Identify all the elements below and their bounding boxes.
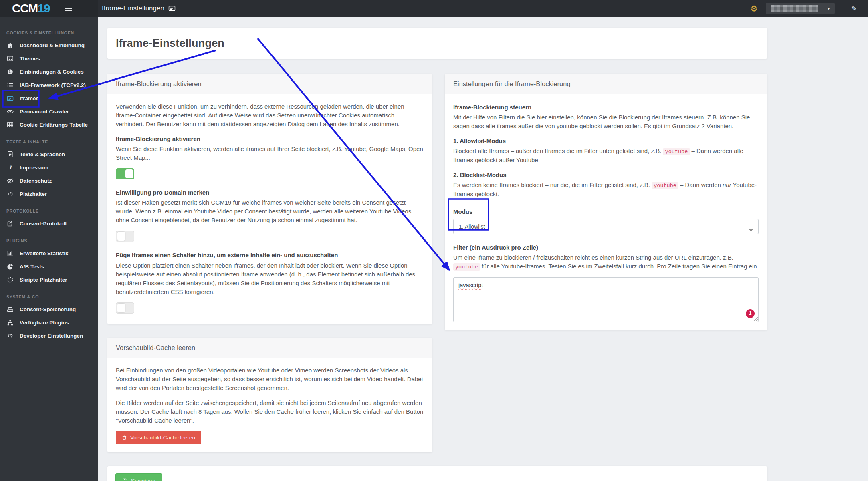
code-chip: youtube: [453, 263, 480, 271]
consent-per-domain-toggle[interactable]: [116, 231, 134, 242]
iframe-icon: [168, 5, 176, 12]
filter-value: javascript: [458, 282, 483, 288]
sidebar-item-label: IAB-Framework (TCFv2.2): [20, 82, 86, 88]
clear-preview-cache-button[interactable]: Vorschaubild-Cache leeren: [116, 431, 201, 445]
toggle-consent-per-domain-label: Einwilligung pro Domain merken: [116, 188, 424, 197]
filter-label: Filter (ein Ausdruck pro Zeile): [453, 243, 759, 252]
code-icon: [6, 332, 14, 339]
sidebar-item-consent-speicherung[interactable]: Consent-Speicherung: [0, 303, 98, 316]
document-icon: [6, 151, 14, 158]
bar-chart-icon: [6, 250, 14, 257]
sidebar-item-label: Platzhalter: [20, 191, 47, 197]
sidebar-item-label: Dashboard & Einbindung: [20, 42, 85, 48]
blocklist-mode-title: 2. Blocklist-Modus: [453, 171, 759, 179]
sidebar-item-permanent-crawler[interactable]: Permanent Crawler: [0, 105, 98, 118]
code-chip: youtube: [652, 182, 678, 189]
sidebar-item-label: A/B Tests: [20, 264, 44, 270]
pencil-icon[interactable]: ✎: [851, 4, 857, 13]
sidebar-item-ab-tests[interactable]: A/B Tests: [0, 260, 98, 273]
sidebar-item-platzhalter[interactable]: Platzhalter: [0, 187, 98, 201]
svg-text:I: I: [9, 165, 12, 171]
sidebar-item-label: Skripte-Platzhalter: [20, 277, 67, 283]
save-button[interactable]: Speichern: [115, 473, 162, 481]
sidebar-section-system: SYSTEM & CO.: [0, 286, 98, 303]
cache-text-2: Die Bilder werden auf der Seite zwischen…: [116, 398, 424, 425]
eye-slash-icon: [6, 177, 14, 184]
logo-text-blue: 19: [38, 2, 50, 15]
pie-chart-icon: [6, 263, 14, 270]
iframe-icon: [6, 95, 14, 102]
save-floppy-icon: [122, 478, 128, 481]
topbar: CCM19 Iframe-Einstellungen ⚙ ▾ ✎: [0, 0, 868, 17]
ccm19-logo[interactable]: CCM19: [12, 2, 50, 14]
cookie-icon: [6, 68, 14, 75]
modus-select[interactable]: 1. Allowlist: [453, 219, 759, 234]
sidebar-item-datenschutz[interactable]: Datenschutz: [0, 174, 98, 187]
storage-icon: [6, 306, 14, 313]
sidebar-item-iab-framework[interactable]: IAB-Framework (TCFv2.2): [0, 78, 98, 92]
blocklist-mode-desc: Es werden keine Iframes blockiert – nur …: [453, 181, 759, 199]
sidebar-item-iframes[interactable]: Iframes: [0, 92, 98, 105]
list-icon: [6, 82, 14, 89]
logo-area: CCM19: [0, 0, 98, 17]
toggle-consent-per-domain-desc: Ist dieser Haken gesetzt merkt sich CCM1…: [116, 198, 424, 225]
page-title-card: Iframe-Einstellungen: [107, 28, 767, 59]
sidebar-item-label: Texte & Sprachen: [20, 151, 65, 157]
sidebar: COOKIES & EINSTELLUNGEN Dashboard & Einb…: [0, 17, 98, 481]
card-header: Vorschaubild-Cache leeren: [107, 338, 432, 358]
table-icon: [6, 121, 14, 128]
sidebar-item-einbindungen-cookies[interactable]: Einbindungen & Cookies: [0, 65, 98, 78]
iframe-switch-toggle[interactable]: [116, 302, 134, 314]
pencil-square-icon: [6, 220, 14, 227]
allowlist-mode-title: 1. Allowlist-Modus: [453, 137, 759, 145]
sidebar-item-label: Permanent Crawler: [20, 109, 69, 115]
sidebar-item-label: Verfügbare Plugins: [20, 320, 69, 326]
sidebar-item-cookie-erklaerungs-tabelle[interactable]: Cookie-Erklärungs-Tabelle: [0, 118, 98, 131]
hamburger-menu-icon[interactable]: [63, 4, 74, 13]
blocking-control-desc: Mit der Hilfe von Filtern die Sie hier e…: [453, 113, 759, 131]
allowlist-mode-desc: Blockiert alle Iframes – außer den Ifram…: [453, 147, 759, 165]
blocking-control-label: Iframe-Blockierung steuern: [453, 103, 759, 112]
sidebar-item-dashboard[interactable]: Dashboard & Einbindung: [0, 39, 98, 52]
sidebar-item-skripte-platzhalter[interactable]: Skripte-Platzhalter: [0, 273, 98, 286]
toggle-iframe-blocking-desc: Wenn Sie diese Funktion aktivieren, werd…: [116, 145, 424, 162]
user-menu[interactable]: ▾: [766, 3, 835, 14]
code-chip: youtube: [663, 148, 690, 155]
sidebar-item-label: Einbindungen & Cookies: [20, 69, 84, 75]
page-title: Iframe-Einstellungen: [116, 37, 224, 50]
card-preview-cache: Vorschaubild-Cache leeren Bei Einbindung…: [107, 338, 432, 453]
sidebar-item-label: Consent-Speicherung: [20, 306, 76, 312]
filter-desc: Um eine Iframe zu blockieren / freizusch…: [453, 253, 759, 271]
card-blocking-settings: Einstellungen für die Iframe-Blockierung…: [445, 74, 767, 330]
toggle-iframe-blocking-label: Iframe-Blockierung aktivieren: [116, 135, 424, 143]
sidebar-item-impressum[interactable]: I Impressum: [0, 161, 98, 174]
eye-icon: [6, 108, 14, 115]
italic-i-icon: I: [6, 164, 14, 171]
iframe-filter-textarea[interactable]: javascript 1: [453, 277, 759, 322]
iframe-blocking-toggle[interactable]: [116, 168, 134, 179]
user-name-redacted: [771, 5, 818, 12]
toggle-iframe-switch-label: Füge Iframes einen Schalter hinzu, um ex…: [116, 251, 424, 260]
sidebar-item-label: Impressum: [20, 165, 48, 171]
gear-icon[interactable]: ⚙: [750, 4, 758, 13]
sidebar-item-label: Developer-Einstellungen: [20, 333, 83, 339]
sidebar-item-consent-protokoll[interactable]: Consent-Protokoll: [0, 217, 98, 230]
topbar-title-text: Iframe-Einstellungen: [102, 4, 164, 12]
sidebar-item-label: Consent-Protokoll: [20, 221, 67, 227]
save-button-label: Speichern: [131, 478, 155, 481]
sidebar-item-themes[interactable]: Themes: [0, 52, 98, 65]
modus-label: Modus: [453, 207, 759, 216]
clear-cache-button-label: Vorschaubild-Cache leeren: [130, 435, 195, 441]
sidebar-item-developer-einstellungen[interactable]: Developer-Einstellungen: [0, 329, 98, 342]
main-content: Iframe-Einstellungen Iframe-Blockierung …: [98, 17, 868, 481]
sidebar-section-cookies: COOKIES & EINSTELLUNGEN: [0, 22, 98, 39]
blocking-intro-text: Verwenden Sie diese Funktion, um zu verh…: [116, 102, 424, 129]
save-bar: Speichern: [107, 466, 767, 481]
code-icon: [6, 191, 14, 197]
resize-handle[interactable]: [754, 317, 758, 321]
sidebar-item-verfuegbare-plugins[interactable]: Verfügbare Plugins: [0, 316, 98, 329]
sidebar-item-texte-sprachen[interactable]: Texte & Sprachen: [0, 148, 98, 161]
topbar-right: ⚙ ▾ ✎: [750, 3, 868, 14]
toggle-iframe-switch-desc: Diese Option platziert einen Schalter ne…: [116, 261, 424, 296]
sidebar-item-erweiterte-statistik[interactable]: Erweiterte Statistik: [0, 247, 98, 260]
